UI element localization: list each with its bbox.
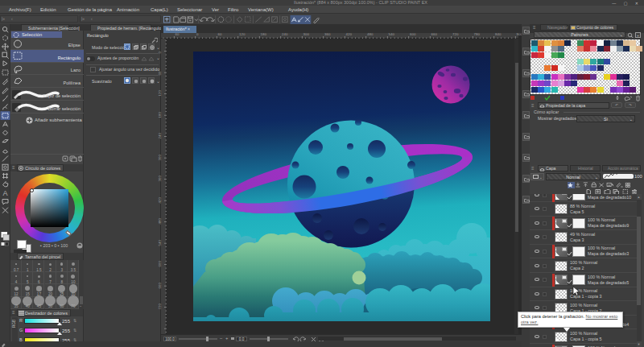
svg-text:A: A [3, 189, 8, 197]
